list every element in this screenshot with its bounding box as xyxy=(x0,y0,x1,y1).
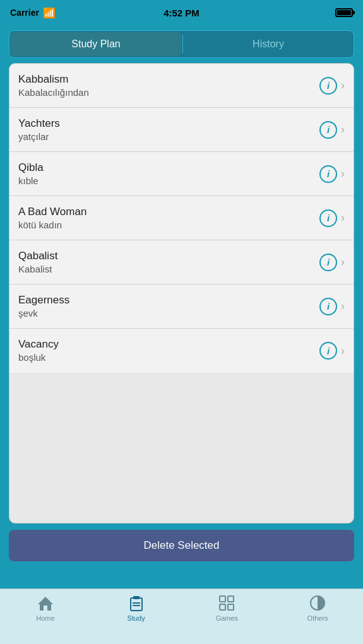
tab-item-games[interactable]: Games xyxy=(182,594,273,622)
list-primary-3: A Bad Woman xyxy=(18,205,319,219)
list-secondary-6: boşluk xyxy=(18,351,319,364)
carrier-label: Carrier xyxy=(10,8,39,18)
list-primary-4: Qabalist xyxy=(18,249,319,263)
tab-item-home[interactable]: Home xyxy=(0,594,91,622)
list-item[interactable]: Yachters yatçılar i › xyxy=(9,108,354,152)
info-button-0[interactable]: i xyxy=(319,77,337,95)
chevron-icon-4: › xyxy=(341,255,345,269)
list-item[interactable]: Vacancy boşluk i › xyxy=(9,329,354,373)
svg-rect-7 xyxy=(220,604,225,610)
chevron-icon-1: › xyxy=(341,123,345,136)
list-item[interactable]: Qibla kıble i › xyxy=(9,152,354,196)
list-primary-6: Vacancy xyxy=(18,337,319,351)
info-button-4[interactable]: i xyxy=(319,254,337,271)
games-tab-icon xyxy=(218,594,235,612)
list-text-2: Qibla kıble xyxy=(18,161,319,187)
svg-rect-1 xyxy=(131,598,142,611)
delete-selected-button[interactable]: Delete Selected xyxy=(9,530,354,561)
info-button-2[interactable]: i xyxy=(319,165,337,183)
list-primary-0: Kabbalism xyxy=(18,73,319,86)
chevron-icon-0: › xyxy=(341,79,345,92)
list-item[interactable]: Eagerness şevk i › xyxy=(9,284,354,329)
home-tab-icon xyxy=(37,594,54,612)
list-text-1: Yachters yatçılar xyxy=(18,117,319,143)
time-display: 4:52 PM xyxy=(164,8,199,18)
list-text-5: Eagerness şevk xyxy=(18,293,319,320)
list-actions-0: i › xyxy=(319,77,345,95)
list-actions-1: i › xyxy=(319,121,345,139)
svg-marker-0 xyxy=(38,597,53,611)
others-tab-label: Others xyxy=(307,614,328,622)
list-text-6: Vacancy boşluk xyxy=(18,337,319,364)
chevron-icon-5: › xyxy=(341,300,345,313)
list-secondary-2: kıble xyxy=(18,175,319,187)
list-actions-6: i › xyxy=(319,342,345,360)
info-button-5[interactable]: i xyxy=(319,298,337,315)
list-actions-4: i › xyxy=(319,254,345,271)
delete-button-container: Delete Selected xyxy=(9,530,354,561)
info-button-3[interactable]: i xyxy=(319,209,337,227)
list-secondary-3: kötü kadın xyxy=(18,219,319,231)
chevron-icon-3: › xyxy=(341,211,345,225)
games-tab-label: Games xyxy=(216,614,238,622)
svg-rect-5 xyxy=(220,596,225,602)
word-list: Kabbalism Kabalacılığından i › Yachters … xyxy=(9,63,354,524)
tab-history[interactable]: History xyxy=(183,31,354,57)
battery-fill xyxy=(337,10,351,15)
tab-item-others[interactable]: Others xyxy=(272,594,363,622)
list-primary-2: Qibla xyxy=(18,161,319,175)
info-button-1[interactable]: i xyxy=(319,121,337,139)
study-tab-label: Study xyxy=(128,614,145,622)
list-secondary-1: yatçılar xyxy=(18,131,319,143)
home-tab-label: Home xyxy=(36,614,54,622)
tab-bar: Home Study Games Others xyxy=(0,588,363,644)
list-secondary-5: şevk xyxy=(18,307,319,320)
status-bar: Carrier 📶 4:52 PM xyxy=(0,0,363,25)
list-item[interactable]: A Bad Woman kötü kadın i › xyxy=(9,196,354,240)
chevron-icon-6: › xyxy=(341,344,345,358)
list-text-3: A Bad Woman kötü kadın xyxy=(18,205,319,231)
list-secondary-0: Kabalacılığından xyxy=(18,86,319,99)
list-text-0: Kabbalism Kabalacılığından xyxy=(18,73,319,99)
list-text-4: Qabalist Kabalist xyxy=(18,249,319,276)
carrier-wifi: Carrier 📶 xyxy=(10,7,56,19)
list-item[interactable]: Kabbalism Kabalacılığından i › xyxy=(9,64,354,108)
list-secondary-4: Kabalist xyxy=(18,263,319,276)
svg-rect-8 xyxy=(228,604,234,610)
list-item[interactable]: Qabalist Kabalist i › xyxy=(9,240,354,284)
list-actions-5: i › xyxy=(319,298,345,315)
chevron-icon-2: › xyxy=(341,167,345,180)
others-tab-icon xyxy=(309,594,326,612)
svg-rect-2 xyxy=(133,596,140,599)
list-actions-2: i › xyxy=(319,165,345,183)
svg-rect-6 xyxy=(228,596,234,602)
battery-icon xyxy=(335,8,353,17)
tab-item-study[interactable]: Study xyxy=(91,594,182,622)
info-button-6[interactable]: i xyxy=(319,342,337,360)
list-primary-1: Yachters xyxy=(18,117,319,131)
segmented-control[interactable]: Study Plan History xyxy=(9,30,354,58)
list-actions-3: i › xyxy=(319,209,345,227)
list-primary-5: Eagerness xyxy=(18,293,319,307)
study-tab-icon xyxy=(128,594,145,612)
battery-container xyxy=(335,8,353,17)
tab-study-plan[interactable]: Study Plan xyxy=(11,32,181,56)
wifi-icon: 📶 xyxy=(43,7,56,19)
